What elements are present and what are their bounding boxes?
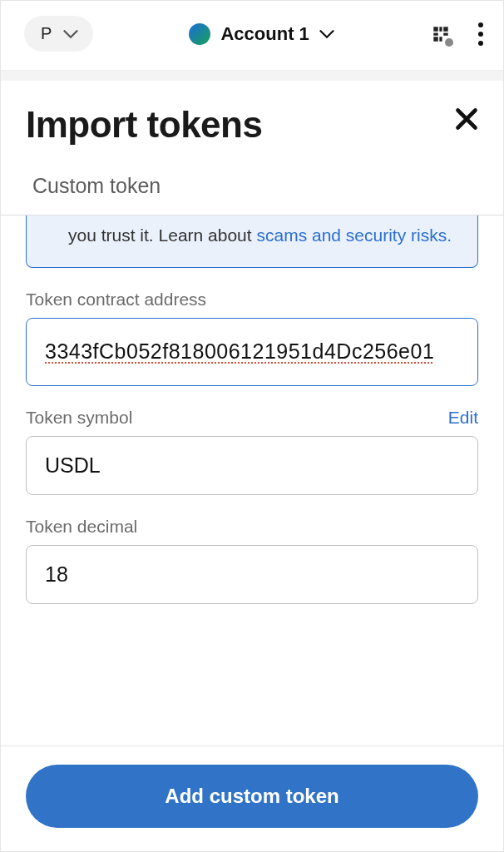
network-status-icon[interactable] [430, 23, 452, 45]
network-selector[interactable]: P [24, 16, 93, 52]
scams-risks-link[interactable]: scams and security risks. [256, 225, 452, 245]
chevron-down-icon [319, 29, 334, 39]
account-avatar-icon [189, 23, 210, 45]
page-title: Import tokens [26, 104, 262, 146]
header-actions [430, 19, 487, 49]
token-decimal-input[interactable] [26, 545, 478, 604]
account-selector[interactable]: Account 1 [189, 23, 334, 45]
modal-header: Import tokens [1, 81, 503, 161]
network-letter: P [41, 24, 52, 43]
address-value: 3343fCb052f818006121951d4Dc256e01 [45, 339, 434, 364]
separator [1, 71, 503, 81]
tab-custom-token[interactable]: Custom token [32, 174, 161, 197]
account-name: Account 1 [220, 23, 309, 45]
decimal-label: Token decimal [26, 517, 137, 537]
tab-bar: Custom token [1, 161, 503, 215]
security-warning: you trust it. Learn about scams and secu… [26, 215, 478, 268]
token-decimal-field: Token decimal [26, 517, 478, 604]
contract-address-field: Token contract address 3343fCb052f818006… [26, 290, 478, 386]
add-custom-token-button[interactable]: Add custom token [26, 765, 478, 828]
menu-button[interactable] [475, 19, 487, 49]
form-body: you trust it. Learn about scams and secu… [1, 215, 503, 604]
address-label: Token contract address [26, 290, 206, 310]
contract-address-input[interactable]: 3343fCb052f818006121951d4Dc256e01 [26, 318, 478, 386]
warning-text: you trust it. Learn about [68, 225, 256, 245]
footer: Add custom token [1, 746, 503, 851]
token-symbol-input[interactable] [26, 436, 478, 495]
app-header: P Account 1 [1, 1, 503, 71]
status-dot-icon [445, 38, 453, 47]
edit-symbol-button[interactable]: Edit [448, 408, 478, 428]
close-icon[interactable] [455, 107, 478, 131]
symbol-label: Token symbol [26, 408, 132, 428]
chevron-down-icon [63, 29, 78, 39]
token-symbol-field: Token symbol Edit [26, 408, 478, 495]
